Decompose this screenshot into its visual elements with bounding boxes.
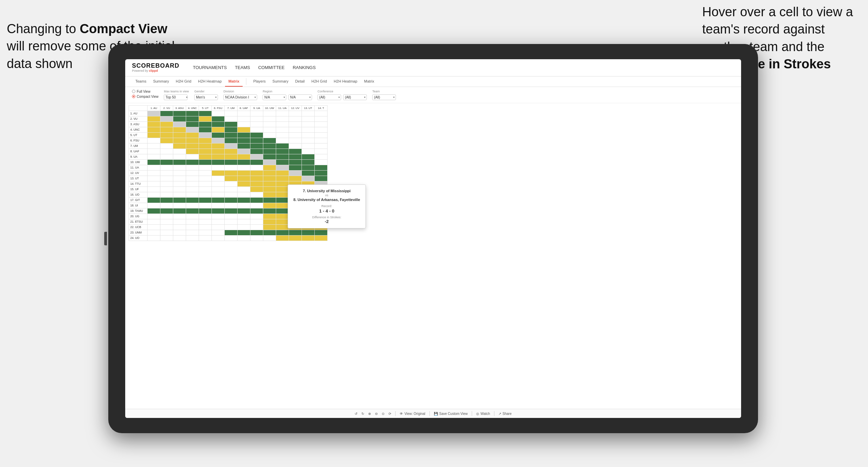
sub-tab-players[interactable]: Players (250, 76, 269, 87)
matrix-cell[interactable] (212, 159, 225, 165)
matrix-cell[interactable] (250, 224, 263, 230)
matrix-cell[interactable] (302, 111, 315, 116)
matrix-cell[interactable] (212, 154, 225, 159)
matrix-cell[interactable] (212, 214, 225, 219)
matrix-cell[interactable] (238, 111, 250, 116)
matrix-cell[interactable] (315, 116, 328, 121)
matrix-cell[interactable] (160, 203, 173, 208)
matrix-cell[interactable] (225, 170, 238, 176)
matrix-cell[interactable] (225, 219, 238, 224)
matrix-cell[interactable] (186, 111, 199, 116)
matrix-cell[interactable] (212, 149, 225, 154)
matrix-cell[interactable] (238, 170, 250, 176)
matrix-cell[interactable] (199, 214, 212, 219)
matrix-cell[interactable] (173, 159, 186, 165)
matrix-cell[interactable] (173, 138, 186, 143)
matrix-cell[interactable] (173, 208, 186, 214)
matrix-cell[interactable] (212, 181, 225, 186)
matrix-cell[interactable] (160, 111, 173, 116)
matrix-cell[interactable] (263, 121, 276, 127)
matrix-cell[interactable] (199, 208, 212, 214)
matrix-cell[interactable] (199, 181, 212, 186)
matrix-cell[interactable] (148, 116, 160, 121)
matrix-cell[interactable] (160, 154, 173, 159)
toolbar-icon3[interactable]: ⊙ (382, 412, 384, 416)
matrix-cell[interactable] (199, 111, 212, 116)
matrix-cell[interactable] (250, 181, 263, 186)
matrix-cell[interactable] (160, 127, 173, 132)
matrix-cell[interactable] (173, 176, 186, 181)
matrix-cell[interactable] (148, 224, 160, 230)
matrix-cell[interactable] (186, 121, 199, 127)
matrix-cell[interactable] (212, 111, 225, 116)
matrix-cell[interactable] (212, 165, 225, 170)
undo-button[interactable]: ↺ (355, 412, 357, 416)
matrix-cell[interactable] (173, 143, 186, 149)
matrix-cell[interactable] (263, 127, 276, 132)
matrix-cell[interactable] (315, 121, 328, 127)
matrix-cell[interactable] (302, 132, 315, 138)
matrix-cell[interactable] (173, 235, 186, 241)
matrix-cell[interactable] (199, 149, 212, 154)
matrix-cell[interactable] (276, 224, 289, 230)
matrix-cell[interactable] (148, 143, 160, 149)
matrix-cell[interactable] (250, 138, 263, 143)
matrix-cell[interactable] (289, 127, 302, 132)
full-view-option[interactable]: Full View (132, 90, 158, 93)
matrix-cell[interactable] (160, 121, 173, 127)
matrix-cell[interactable] (289, 111, 302, 116)
matrix-cell[interactable] (186, 219, 199, 224)
matrix-cell[interactable] (148, 203, 160, 208)
toolbar-icon1[interactable]: ⊕ (368, 412, 371, 416)
matrix-cell[interactable] (302, 165, 315, 170)
matrix-cell[interactable] (186, 159, 199, 165)
matrix-cell[interactable] (186, 127, 199, 132)
matrix-cell[interactable] (302, 149, 315, 154)
matrix-cell[interactable] (186, 154, 199, 159)
matrix-cell[interactable] (289, 235, 302, 241)
matrix-cell[interactable] (225, 127, 238, 132)
matrix-cell[interactable] (160, 230, 173, 235)
matrix-cell[interactable] (186, 203, 199, 208)
matrix-cell[interactable] (276, 143, 289, 149)
matrix-cell[interactable] (289, 170, 302, 176)
matrix-cell[interactable] (199, 192, 212, 197)
matrix-cell[interactable] (276, 149, 289, 154)
matrix-cell[interactable] (160, 143, 173, 149)
matrix-cell[interactable] (212, 208, 225, 214)
matrix-cell[interactable] (212, 230, 225, 235)
matrix-cell[interactable] (199, 143, 212, 149)
conference-select1[interactable]: (All) (317, 94, 341, 100)
matrix-cell[interactable] (225, 214, 238, 219)
matrix-cell[interactable] (199, 197, 212, 203)
matrix-cell[interactable] (250, 165, 263, 170)
matrix-cell[interactable] (276, 154, 289, 159)
matrix-cell[interactable] (173, 219, 186, 224)
matrix-cell[interactable] (276, 132, 289, 138)
team-select[interactable]: (All) (372, 94, 396, 100)
matrix-cell[interactable] (302, 154, 315, 159)
matrix-cell[interactable] (225, 203, 238, 208)
matrix-cell[interactable] (173, 116, 186, 121)
matrix-cell[interactable] (238, 138, 250, 143)
matrix-cell[interactable] (199, 235, 212, 241)
matrix-cell[interactable] (173, 203, 186, 208)
matrix-cell[interactable] (160, 219, 173, 224)
matrix-cell[interactable] (263, 224, 276, 230)
matrix-cell[interactable] (238, 176, 250, 181)
matrix-cell[interactable] (160, 116, 173, 121)
matrix-cell[interactable] (263, 181, 276, 186)
nav-rankings[interactable]: RANKINGS (293, 64, 316, 71)
matrix-cell[interactable] (238, 154, 250, 159)
matrix-cell[interactable] (289, 154, 302, 159)
matrix-cell[interactable] (315, 159, 328, 165)
matrix-cell[interactable] (225, 192, 238, 197)
matrix-cell[interactable] (173, 181, 186, 186)
matrix-cell[interactable] (173, 230, 186, 235)
matrix-cell[interactable] (250, 186, 263, 192)
matrix-cell[interactable] (289, 132, 302, 138)
matrix-cell[interactable] (199, 121, 212, 127)
nav-teams[interactable]: TEAMS (235, 64, 250, 71)
main-content[interactable]: 1. AU 2. VU 3. ASU 4. UNC 5. UT 6. FSU 7… (125, 103, 741, 409)
matrix-cell[interactable] (148, 214, 160, 219)
